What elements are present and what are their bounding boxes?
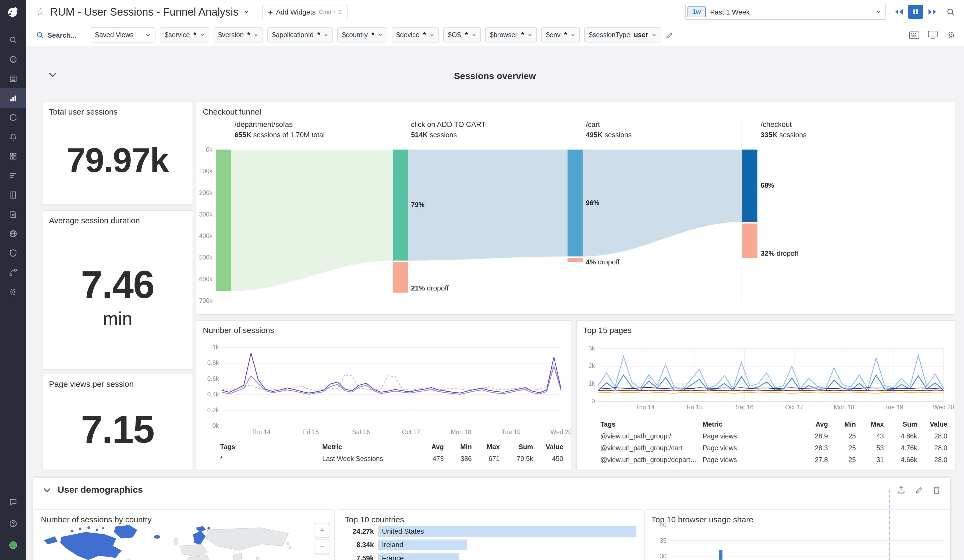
search-label: Search... <box>47 31 77 39</box>
edit-pencil-icon[interactable] <box>915 486 923 494</box>
collapse-demographics-icon[interactable] <box>43 487 51 493</box>
sidebar-notebooks-icon[interactable] <box>0 185 26 204</box>
widget-top-15-pages[interactable]: Top 15 pages 01k2k3kThu 14Fri 15Sat 16Oc… <box>576 320 956 470</box>
table-row[interactable]: *Last Week Sessions 47338667179.5k450 <box>206 453 563 465</box>
sidebar-events-icon[interactable] <box>0 69 26 88</box>
widget-title: Total user sessions <box>42 102 192 116</box>
zoom-out-button[interactable]: − <box>315 540 329 554</box>
svg-text:3k: 3k <box>588 345 595 352</box>
svg-text:1k: 1k <box>212 344 219 351</box>
graph-zoom-button[interactable] <box>945 7 956 16</box>
fast-forward-icon <box>928 9 936 15</box>
add-widgets-label: Add Widgets <box>276 8 316 16</box>
zoom-in-button[interactable]: + <box>315 523 329 537</box>
svg-text:96%: 96% <box>586 199 599 207</box>
svg-text:655K sessions of 1.70M total: 655K sessions of 1.70M total <box>234 131 325 139</box>
sidebar-watchdog-icon[interactable] <box>0 49 26 69</box>
sidebar-chat-icon[interactable] <box>0 492 26 511</box>
sidebar-infrastructure-icon[interactable] <box>0 107 26 127</box>
widget-browser-usage-share[interactable]: Top 10 browser usage share 403530 <box>645 510 950 560</box>
template-variable-pill-sessionType[interactable]: $sessionType user <box>584 28 661 42</box>
playback-controls <box>891 5 940 19</box>
plus-icon: + <box>268 7 273 16</box>
sidebar-settings-icon[interactable] <box>0 282 26 301</box>
svg-text:Wed 20: Wed 20 <box>550 428 571 435</box>
settings-gear-icon[interactable] <box>946 30 956 39</box>
sidebar-status-icon[interactable] <box>0 535 26 555</box>
widget-checkout-funnel[interactable]: Checkout funnel 0k100k200k300k400k500k60… <box>196 102 956 315</box>
template-variable-pill-OS[interactable]: $OS * <box>443 28 480 42</box>
svg-text:0.6k: 0.6k <box>207 375 219 382</box>
country-row[interactable]: 8.34k Ireland <box>342 539 637 551</box>
svg-text:Sat 16: Sat 16 <box>736 404 754 411</box>
edit-variables-pencil-icon[interactable] <box>665 31 673 39</box>
add-widgets-button[interactable]: + Add Widgets Cmd + E <box>262 5 348 19</box>
template-variable-pill-country[interactable]: $country * <box>337 28 387 42</box>
sidebar-synthetics-icon[interactable] <box>0 224 26 243</box>
keyboard-shortcuts-icon[interactable] <box>909 31 919 39</box>
saved-views-dropdown[interactable]: Saved Views <box>90 28 155 42</box>
browser-bar-chart: 403530 <box>645 521 950 560</box>
table-row[interactable] <box>206 465 563 470</box>
rewind-button[interactable] <box>891 5 907 19</box>
sidebar-dashboards-icon[interactable] <box>0 88 26 107</box>
template-variable-pill-service[interactable]: $service * <box>160 28 209 42</box>
sidebar-logs-icon[interactable] <box>0 204 26 224</box>
sidebar-help-icon[interactable] <box>0 514 26 533</box>
template-variable-pill-env[interactable]: $env * <box>541 28 580 42</box>
favorite-star-icon[interactable]: ☆ <box>36 7 45 17</box>
sidebar-monitors-icon[interactable] <box>0 127 26 147</box>
chevron-down-icon <box>528 33 532 37</box>
table-row[interactable]: @view.url_path_group:/department/...Page… <box>586 454 947 466</box>
widget-number-of-sessions[interactable]: Number of sessions 0k0.2k0.4k0.6k0.8k1kT… <box>196 320 571 470</box>
dashboard-search[interactable]: Search... <box>36 31 77 39</box>
sidebar-security-icon[interactable] <box>0 243 26 262</box>
svg-text:200k: 200k <box>199 189 212 196</box>
datadog-logo[interactable] <box>4 3 22 21</box>
sidebar-bottom <box>0 492 26 555</box>
pause-button[interactable] <box>908 5 923 19</box>
table-row[interactable]: @view.url_path_group:/cartPage views 28.… <box>586 442 947 454</box>
svg-text:700k: 700k <box>199 297 212 304</box>
time-chevron-down-icon <box>876 9 881 15</box>
sidebar-apm-icon[interactable] <box>0 166 26 185</box>
time-preset-chip[interactable]: 1w <box>687 7 706 17</box>
dashboard-canvas: Sessions overview Total user sessions 79… <box>26 46 964 560</box>
sidebar-search-icon[interactable] <box>0 30 26 49</box>
svg-text:40: 40 <box>659 521 666 529</box>
svg-text:32% dropoff: 32% dropoff <box>760 249 799 257</box>
divider <box>83 29 83 40</box>
app: ☆ RUM - User Sessions - Funnel Analysis … <box>0 0 964 560</box>
widget-top-10-countries[interactable]: Top 10 countries 24.27k United States 8.… <box>338 510 642 560</box>
template-variable-pill-browser[interactable]: $browser * <box>485 28 537 42</box>
tv-mode-icon[interactable] <box>928 31 938 39</box>
map-zoom-controls: + − <box>315 523 329 554</box>
chevron-down-icon <box>254 33 258 37</box>
title-chevron-down-icon[interactable] <box>244 9 249 15</box>
time-range-picker[interactable]: 1w Past 1 Week <box>686 4 886 20</box>
world-map[interactable] <box>34 524 334 560</box>
chevron-down-icon <box>430 33 434 37</box>
delete-trash-icon[interactable] <box>933 486 940 494</box>
sidebar-ci-icon[interactable] <box>0 262 26 282</box>
widget-page-views-per-session[interactable]: Page views per session 7.15 <box>42 374 193 470</box>
country-row[interactable]: 7.59k France <box>342 552 637 560</box>
export-icon[interactable] <box>897 486 905 494</box>
fast-forward-button[interactable] <box>925 5 940 19</box>
template-variable-pill-version[interactable]: $version * <box>213 28 263 42</box>
widget-sessions-by-country[interactable]: Number of sessions by country + − <box>34 510 335 560</box>
sidebar-integrations-icon[interactable] <box>0 147 26 166</box>
widget-total-sessions[interactable]: Total user sessions 79.97k <box>42 102 193 205</box>
template-variable-pill-device[interactable]: $device * <box>391 28 439 42</box>
country-row[interactable]: 24.27k United States <box>342 525 637 537</box>
svg-text:400k: 400k <box>199 233 212 239</box>
svg-text:2k: 2k <box>588 362 595 369</box>
demographics-section-title: User demographics <box>57 485 143 495</box>
top-pages-table: TagsMetricAvgMinMaxSumValue @view.url_pa… <box>586 418 947 466</box>
template-variable-pill-applicationId[interactable]: $applicationId * <box>267 28 333 42</box>
filter-bar: Search... Saved Views $service * $versio… <box>26 24 964 46</box>
widget-title: Top 15 pages <box>577 321 955 335</box>
chevron-down-icon <box>324 33 328 37</box>
table-row[interactable]: @view.url_path_group:/Page views 28.9254… <box>586 430 947 442</box>
widget-avg-session-duration[interactable]: Average session duration 7.46 min <box>42 210 193 370</box>
